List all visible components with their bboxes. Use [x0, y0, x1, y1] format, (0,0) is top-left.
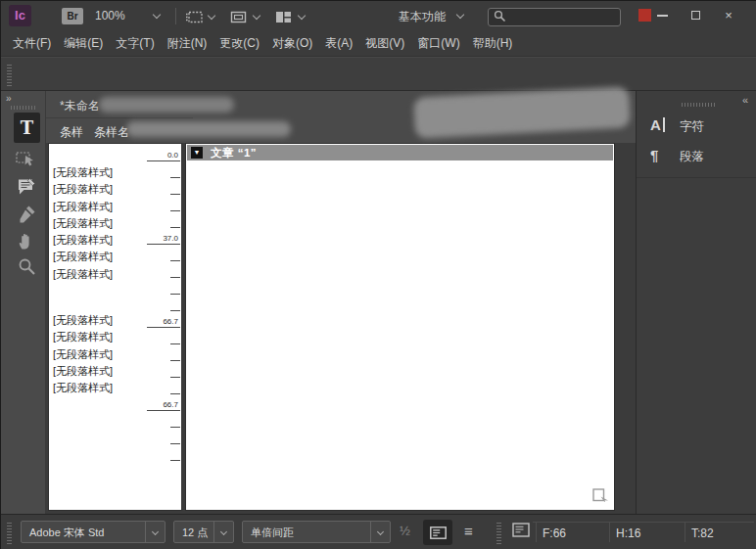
note-tool[interactable] [13, 175, 40, 199]
panel-tab-styles[interactable]: 条样 [60, 124, 83, 141]
status-bar: Adobe 宋体 Std 12 点 单倍间距 ½ ≡ F:66 H:16 T:8… [1, 514, 756, 549]
chevron-down-icon[interactable] [298, 12, 306, 20]
story-collapse-icon[interactable]: ▼ [191, 147, 203, 159]
type-tool[interactable]: T [14, 113, 40, 143]
copyfit-info-icon [512, 523, 530, 541]
page-jump-icon[interactable] [592, 488, 609, 506]
galley-style-label: [无段落样式] [53, 329, 113, 345]
note-icon [17, 178, 36, 196]
hand-icon [17, 231, 36, 251]
close-icon: × [725, 9, 732, 22]
arrange-documents-icon[interactable] [275, 10, 292, 27]
ruler-major-tick [147, 327, 180, 328]
zoom-tool[interactable] [13, 254, 40, 278]
menu-view[interactable]: 视图(V) [365, 35, 404, 52]
document-tab[interactable]: *未命名 [60, 98, 100, 114]
chevron-down-icon[interactable] [208, 12, 215, 20]
galley-style-label: [无段落样式] [53, 312, 113, 329]
close-button[interactable]: × [716, 6, 741, 24]
ruler-major-tick [147, 160, 180, 161]
font-family-value: Adobe 宋体 Std [29, 526, 104, 540]
hand-tool[interactable] [13, 229, 40, 252]
galley-style-group: [无段落样式] [无段落样式] [无段落样式] [无段落样式] [无段落样式] … [53, 164, 113, 283]
galley-style-label: [无段落样式] [53, 215, 113, 232]
app-toolbar: abc✓ ¶ ≡ [1, 57, 756, 91]
galley-style-label: [无段落样式] [53, 346, 113, 363]
menu-table[interactable]: 表(A) [325, 35, 353, 52]
eyedropper-tool[interactable] [13, 203, 40, 226]
workspace-switcher[interactable]: 基本功能 [399, 9, 446, 25]
menu-changes[interactable]: 更改(C) [219, 35, 260, 52]
stats-divider [536, 522, 537, 542]
tools-grip[interactable] [11, 106, 36, 110]
position-tool-icon [16, 150, 37, 169]
character-panel-button[interactable]: A 字符 [637, 113, 756, 140]
chevron-down-icon [145, 522, 165, 542]
font-family-select[interactable]: Adobe 宋体 Std [21, 521, 165, 543]
right-dock: « A 字符 ¶ 段落 [636, 91, 756, 514]
minimize-button[interactable] [649, 6, 675, 24]
chevron-down-icon[interactable] [456, 11, 464, 19]
menu-help[interactable]: 帮助(H) [473, 35, 513, 52]
view-options-icon[interactable] [185, 10, 203, 27]
tab-row-divider [46, 117, 193, 118]
smudge-artifact [126, 121, 291, 137]
character-icon: A [650, 116, 665, 133]
screen-mode-icon[interactable] [230, 10, 247, 27]
stats-divider [685, 522, 685, 542]
statusbar-grip[interactable] [496, 523, 501, 544]
font-size-select[interactable]: 12 点 [173, 521, 234, 543]
zoom-level-value[interactable]: 100% [95, 9, 125, 23]
story-header-bar[interactable]: ▼ 文章 “1” [187, 145, 613, 160]
galley-style-label: [无段落样式] [53, 164, 113, 181]
toolbar-grip[interactable] [7, 65, 12, 86]
galley-style-label: [无段落样式] [53, 249, 113, 265]
chevron-down-icon[interactable] [153, 11, 161, 19]
menu-file[interactable]: 文件(F) [13, 35, 51, 52]
panel-divider [637, 177, 756, 178]
character-panel-label: 字符 [680, 118, 704, 135]
stats-divider [609, 522, 610, 542]
line-number-icon[interactable]: ½ [400, 524, 410, 538]
smudge-artifact [99, 97, 234, 113]
galley-style-label: [无段落样式] [53, 181, 113, 198]
expand-dock-icon[interactable]: « [742, 94, 747, 106]
search-input[interactable] [488, 8, 621, 26]
panel-tab-styles-2[interactable]: 条样名 [94, 124, 129, 141]
magnifier-icon [18, 257, 36, 276]
paragraph-icon: ¶ [650, 147, 658, 163]
statusbar-grip[interactable] [7, 523, 12, 544]
menu-object[interactable]: 对象(O) [272, 35, 312, 52]
incopy-logo: Ic [9, 5, 31, 26]
stat-lines: H:16 [616, 526, 640, 540]
ruler-major-tick [147, 410, 180, 411]
ruler-label: 37.0 [143, 234, 178, 243]
font-size-value: 12 点 [182, 526, 208, 540]
expand-panel-icon[interactable]: » [6, 93, 11, 104]
menu-type[interactable]: 文字(T) [116, 35, 154, 52]
bridge-button[interactable]: Br [62, 8, 83, 24]
maximize-button[interactable] [683, 6, 708, 24]
statusbar-menu-button[interactable]: ≡ [464, 523, 473, 539]
galley-view-button[interactable] [423, 520, 452, 545]
dock-grip[interactable] [682, 103, 715, 107]
search-icon [494, 10, 506, 23]
paragraph-panel-button[interactable]: ¶ 段落 [637, 143, 756, 170]
position-tool[interactable] [13, 148, 40, 171]
chevron-down-icon[interactable] [253, 12, 260, 20]
menu-edit[interactable]: 编辑(E) [64, 35, 103, 52]
ruler-label: 66.7 [143, 400, 178, 409]
stat-footnotes: F:66 [543, 526, 566, 540]
leading-select[interactable]: 单倍间距 [242, 521, 391, 543]
galley-view-icon [430, 526, 447, 539]
tools-panel: » T [1, 91, 46, 514]
menu-bar: 文件(F) 编辑(E) 文字(T) 附注(N) 更改(C) 对象(O) 表(A)… [1, 30, 756, 57]
galley-text-area[interactable]: ▼ 文章 “1” [185, 143, 615, 511]
galley-style-label: [无段落样式] [53, 363, 113, 380]
leading-value: 单倍间距 [251, 526, 294, 540]
menu-window[interactable]: 窗口(W) [417, 35, 459, 52]
paragraph-panel-label: 段落 [680, 149, 704, 165]
title-bar: Ic Br 100% 基本功能 × [1, 1, 756, 30]
separator [175, 8, 176, 24]
menu-notes[interactable]: 附注(N) [167, 35, 208, 52]
